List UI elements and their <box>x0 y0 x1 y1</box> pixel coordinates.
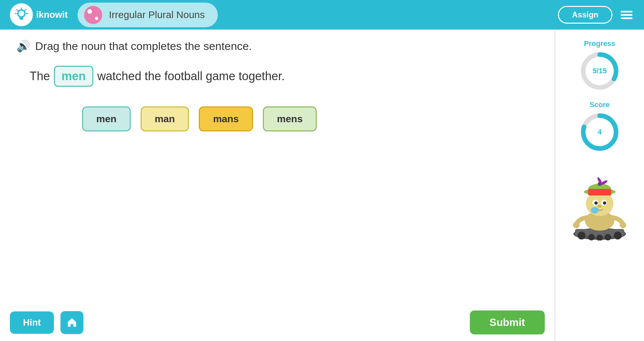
submit-button[interactable]: Submit <box>470 310 545 334</box>
title-area: Irregular Plural Nouns <box>78 3 218 27</box>
choice-mans[interactable]: mans <box>199 106 253 131</box>
sentence-after: watched the football game together. <box>97 69 285 83</box>
header: iknowit Irregular Plural Nouns Assign <box>0 0 644 30</box>
svg-point-19 <box>605 234 611 240</box>
svg-point-36 <box>598 205 602 208</box>
svg-point-34 <box>594 201 598 205</box>
svg-line-4 <box>25 10 26 11</box>
progress-section: Progress 5/15 <box>580 39 619 91</box>
svg-point-23 <box>620 222 626 228</box>
progress-value: 5/15 <box>593 67 607 75</box>
choice-mens[interactable]: mens <box>263 106 317 131</box>
svg-point-17 <box>588 234 595 240</box>
hint-button[interactable]: Hint <box>10 311 54 334</box>
svg-point-8 <box>18 11 24 16</box>
subject-icon <box>84 6 102 24</box>
bottom-bar: Hint Submit <box>10 310 545 334</box>
highlighted-word: men <box>54 66 93 87</box>
choice-men[interactable]: men <box>82 106 131 131</box>
logo-text: iknowit <box>36 10 68 20</box>
sound-icon[interactable]: 🔊 <box>16 39 30 53</box>
logo-area: iknowit <box>10 3 68 26</box>
score-donut: 4 <box>580 112 619 152</box>
score-value: 4 <box>598 128 602 136</box>
svg-point-35 <box>603 201 606 205</box>
header-right: Assign <box>558 6 634 24</box>
svg-rect-2 <box>20 19 23 20</box>
score-label: Score <box>589 101 610 109</box>
assign-button[interactable]: Assign <box>558 6 612 24</box>
svg-rect-9 <box>71 319 73 321</box>
content-panel: 🔊 Drag the noun that completes the sente… <box>0 30 555 341</box>
sidebar: Progress 5/15 Score 4 <box>555 30 644 341</box>
progress-donut: 5/15 <box>580 51 619 91</box>
svg-rect-1 <box>19 17 23 19</box>
instruction-text: 🔊 Drag the noun that completes the sente… <box>16 39 538 53</box>
bottom-left-buttons: Hint <box>10 311 83 334</box>
home-button[interactable] <box>60 311 83 334</box>
choices-area: men man mans mens <box>82 106 538 131</box>
character-illustration <box>564 165 636 240</box>
lesson-title: Irregular Plural Nouns <box>109 9 205 20</box>
choice-man[interactable]: man <box>141 106 189 131</box>
svg-point-37 <box>591 207 599 214</box>
sentence-area: The men watched the football game togeth… <box>30 66 538 87</box>
main-area: 🔊 Drag the noun that completes the sente… <box>0 30 644 341</box>
logo-icon <box>10 3 33 26</box>
menu-button[interactable] <box>619 9 634 21</box>
progress-label: Progress <box>584 39 615 48</box>
svg-point-22 <box>573 222 580 228</box>
svg-line-6 <box>17 10 18 11</box>
svg-point-16 <box>578 232 586 239</box>
sentence-before: The <box>30 69 50 83</box>
svg-rect-28 <box>588 189 611 195</box>
svg-point-20 <box>614 232 622 239</box>
score-section: Score 4 <box>580 101 619 152</box>
